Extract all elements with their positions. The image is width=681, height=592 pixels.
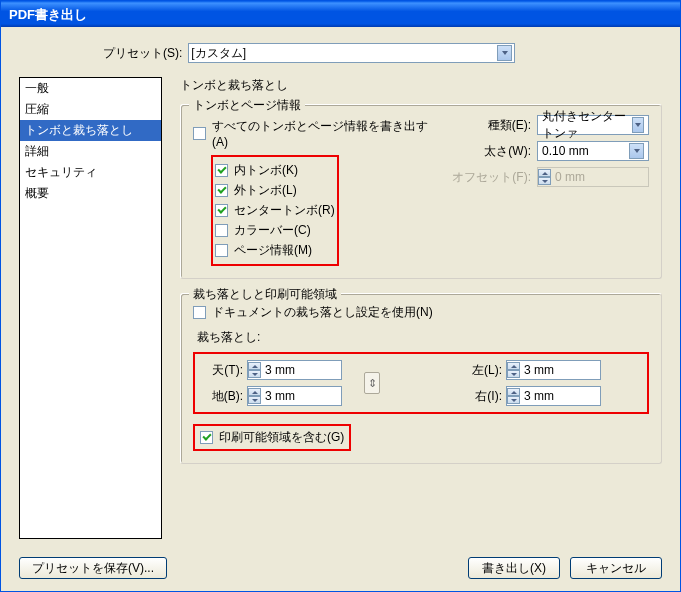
mark-option-row[interactable]: 内トンボ(K) (215, 162, 335, 179)
offset-spinner: 0 mm (537, 167, 649, 187)
window-title: PDF書き出し (9, 7, 87, 22)
sidebar-item-compression[interactable]: 圧縮 (20, 99, 161, 120)
preset-label: プリセット(S): (103, 45, 182, 62)
dropdown-button-icon (629, 143, 644, 159)
offset-row: オフセット(F): 0 mm (443, 167, 649, 187)
sidebar-item-general[interactable]: 一般 (20, 78, 161, 99)
inner-crop-checkbox[interactable] (215, 164, 228, 177)
marks-legend: トンボとページ情報 (189, 97, 305, 114)
weight-select[interactable]: 0.10 mm (537, 141, 649, 161)
sidebar: 一般 圧縮 トンボと裁ち落とし 詳細 セキュリティ 概要 (19, 77, 162, 539)
dialog-window: PDF書き出し プリセット(S): [カスタム] 一般 圧縮 トンボと裁ち落とし… (0, 0, 681, 592)
bleed-bottom-label: 地(B): (203, 388, 243, 405)
sidebar-item-summary[interactable]: 概要 (20, 183, 161, 204)
highlight-box-marks: 内トンボ(K) 外トンボ(L) センタートンボ(R) カラーバー(C) ページ情… (211, 155, 339, 266)
titlebar: PDF書き出し (1, 1, 680, 27)
spin-down-icon[interactable] (507, 396, 520, 404)
use-doc-bleed-row[interactable]: ドキュメントの裁ち落とし設定を使用(N) (193, 304, 649, 321)
preset-row: プリセット(S): [カスタム] (103, 43, 662, 63)
kind-row: 種類(E): 丸付きセンタートンァ (443, 115, 649, 135)
mark-option-row[interactable]: カラーバー(C) (215, 222, 335, 239)
spin-up-icon[interactable] (248, 388, 261, 396)
center-crop-checkbox[interactable] (215, 204, 228, 217)
kind-select[interactable]: 丸付きセンタートンァ (537, 115, 649, 135)
spin-down-icon (538, 177, 551, 185)
dropdown-button-icon (497, 45, 512, 61)
spin-down-icon[interactable] (507, 370, 520, 378)
offset-label: オフセット(F): (452, 169, 531, 186)
all-marks-checkbox[interactable] (193, 127, 206, 140)
bleed-left-label: 左(L): (462, 362, 502, 379)
use-doc-bleed-checkbox[interactable] (193, 306, 206, 319)
weight-label: 太さ(W): (484, 143, 531, 160)
save-preset-button[interactable]: プリセットを保存(V)... (19, 557, 167, 579)
sidebar-item-marks-bleeds[interactable]: トンボと裁ち落とし (20, 120, 161, 141)
bleed-right-row: 右(I): 3 mm (462, 386, 601, 406)
pageinfo-checkbox[interactable] (215, 244, 228, 257)
content-area: プリセット(S): [カスタム] 一般 圧縮 トンボと裁ち落とし 詳細 セキュリ… (1, 27, 680, 591)
bleed-title: 裁ち落とし: (197, 329, 649, 346)
bleed-left-input[interactable]: 3 mm (506, 360, 601, 380)
mark-option-row[interactable]: センタートンボ(R) (215, 202, 335, 219)
cancel-button[interactable]: キャンセル (570, 557, 662, 579)
bleed-legend: 裁ち落としと印刷可能領域 (189, 286, 341, 303)
spin-up-icon (538, 169, 551, 177)
right-panel: トンボと裁ち落とし トンボとページ情報 すべてのトンボとページ情報を書き出す(A… (180, 77, 662, 539)
spin-down-icon[interactable] (248, 396, 261, 404)
bleed-top-row: 天(T): 3 mm (203, 360, 342, 380)
bleed-bottom-row: 地(B): 3 mm (203, 386, 342, 406)
export-button[interactable]: 書き出し(X) (468, 557, 560, 579)
all-marks-label: すべてのトンボとページ情報を書き出す(A) (212, 118, 443, 149)
bleed-top-label: 天(T): (203, 362, 243, 379)
button-row: プリセットを保存(V)... 書き出し(X) キャンセル (19, 557, 662, 579)
bleed-left-row: 左(L): 3 mm (462, 360, 601, 380)
include-slug-checkbox[interactable] (200, 431, 213, 444)
bleed-right-label: 右(I): (462, 388, 502, 405)
weight-row: 太さ(W): 0.10 mm (443, 141, 649, 161)
mark-option-row[interactable]: ページ情報(M) (215, 242, 335, 259)
sidebar-item-security[interactable]: セキュリティ (20, 162, 161, 183)
highlight-box-slug: 印刷可能領域を含む(G) (193, 424, 351, 451)
section-title: トンボと裁ち落とし (180, 77, 662, 94)
outer-crop-checkbox[interactable] (215, 184, 228, 197)
bleed-fieldset: 裁ち落としと印刷可能領域 ドキュメントの裁ち落とし設定を使用(N) 裁ち落とし:… (180, 293, 662, 464)
include-slug-label: 印刷可能領域を含む(G) (219, 429, 344, 446)
spin-up-icon[interactable] (507, 362, 520, 370)
colorbar-checkbox[interactable] (215, 224, 228, 237)
kind-label: 種類(E): (488, 117, 531, 134)
spin-up-icon[interactable] (507, 388, 520, 396)
main-area: 一般 圧縮 トンボと裁ち落とし 詳細 セキュリティ 概要 トンボと裁ち落とし ト… (19, 77, 662, 539)
preset-select[interactable]: [カスタム] (188, 43, 515, 63)
preset-value: [カスタム] (191, 45, 246, 62)
mark-option-row[interactable]: 外トンボ(L) (215, 182, 335, 199)
spin-down-icon[interactable] (248, 370, 261, 378)
highlight-box-bleed: 天(T): 3 mm 地(B): (193, 352, 649, 414)
spin-up-icon[interactable] (248, 362, 261, 370)
marks-fieldset: トンボとページ情報 すべてのトンボとページ情報を書き出す(A) 内トンボ(K) … (180, 104, 662, 279)
link-icon[interactable]: ⇕ (364, 372, 380, 394)
bleed-bottom-input[interactable]: 3 mm (247, 386, 342, 406)
use-doc-bleed-label: ドキュメントの裁ち落とし設定を使用(N) (212, 304, 433, 321)
bleed-top-input[interactable]: 3 mm (247, 360, 342, 380)
dropdown-button-icon (632, 117, 644, 133)
sidebar-item-advanced[interactable]: 詳細 (20, 141, 161, 162)
bleed-right-input[interactable]: 3 mm (506, 386, 601, 406)
all-marks-checkbox-row[interactable]: すべてのトンボとページ情報を書き出す(A) (193, 118, 443, 149)
